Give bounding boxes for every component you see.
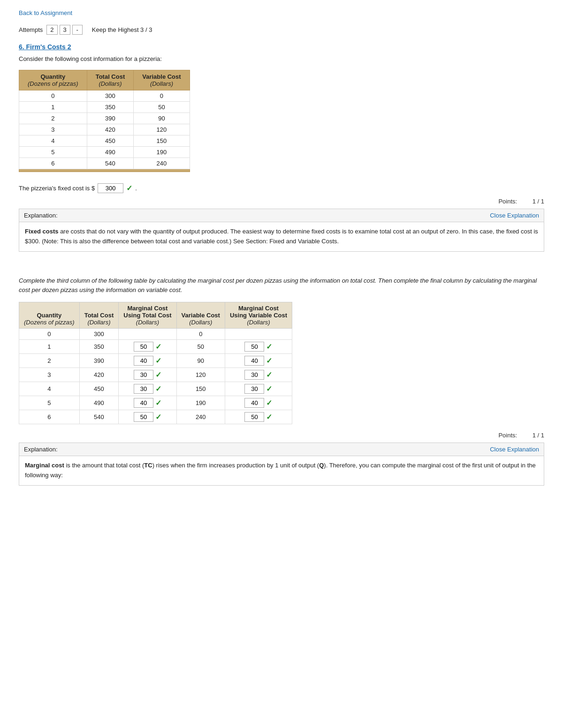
- mc-tc-input-5[interactable]: [134, 398, 153, 408]
- mc-tc-check-3: ✓: [155, 370, 161, 379]
- table-row: 2390✓90✓: [19, 354, 292, 368]
- explanation-header-2: Explanation: Close Explanation: [19, 443, 544, 456]
- explanation-body-2: Marginal cost is the amount that total c…: [19, 456, 544, 485]
- explanation-text-1: are costs that do not vary with the quan…: [25, 228, 538, 245]
- mc-tc-input-1[interactable]: [134, 342, 153, 352]
- explanation-text-2: is the amount that total cost (TC) rises…: [25, 462, 536, 479]
- table-row: 135050: [19, 102, 190, 113]
- mc-tc-input-2[interactable]: [134, 356, 153, 366]
- mc-vc-input-5[interactable]: [244, 398, 264, 408]
- table-row: 6540✓240✓: [19, 410, 292, 424]
- table-row: 6540240: [19, 158, 190, 169]
- attempts-label: Attempts: [19, 26, 43, 33]
- points-row-2: Points: 1 / 1: [19, 432, 544, 439]
- mc-vc-check-4: ✓: [266, 384, 272, 393]
- explanation-label-2: Explanation:: [24, 446, 58, 453]
- back-to-assignment-link[interactable]: Back to Assignment: [19, 9, 72, 16]
- marginal-cost-table: Quantity(Dozens of pizzas) Total Cost(Do…: [19, 302, 292, 424]
- explanation-section-1: Explanation: Close Explanation Fixed cos…: [19, 209, 544, 252]
- mc-vc-input-2[interactable]: [244, 356, 264, 366]
- close-explanation-2[interactable]: Close Explanation: [490, 446, 539, 453]
- close-explanation-1[interactable]: Close Explanation: [490, 212, 539, 219]
- fixed-cost-row: The pizzeria's fixed cost is $ ✓ .: [19, 183, 544, 193]
- mc-vc-input-6[interactable]: [244, 412, 264, 422]
- table-row: 5490190: [19, 147, 190, 158]
- mc-vc-input-4[interactable]: [244, 384, 264, 394]
- table-row: 1350✓50✓: [19, 340, 292, 354]
- mc-tc-input-3[interactable]: [134, 370, 153, 380]
- table-row: 4450150: [19, 135, 190, 147]
- mc-tc-check-1: ✓: [155, 342, 161, 351]
- mc-tc-check-6: ✓: [155, 413, 161, 421]
- attempt-box-3: -: [72, 25, 83, 35]
- question-title: 6. Firm's Costs 2: [19, 43, 544, 51]
- mc-tc-check-4: ✓: [155, 384, 161, 393]
- attempt-box-2: 3: [60, 25, 70, 35]
- question1-text: Consider the following cost information …: [19, 55, 544, 62]
- mc-tc-check-2: ✓: [155, 356, 161, 365]
- mc-tc-input-4[interactable]: [134, 384, 153, 394]
- mc-tc-input-6[interactable]: [134, 412, 153, 422]
- explanation-bold-2: Marginal cost: [25, 462, 64, 469]
- points-row-1: Points: 1 / 1: [19, 198, 544, 205]
- explanation-header-1: Explanation: Close Explanation: [19, 209, 544, 222]
- table-row: 5490✓190✓: [19, 396, 292, 410]
- col-variable-cost: Variable Cost(Dollars): [134, 70, 190, 90]
- table-row: 239090: [19, 113, 190, 124]
- mc-vc-check-2: ✓: [266, 356, 272, 365]
- col-quantity: Quantity(Dozens of pizzas): [19, 70, 87, 90]
- mc-col-mc-tc: Marginal CostUsing Total Cost(Dollars): [119, 302, 176, 329]
- keep-highest-text: Keep the Highest 3 / 3: [92, 26, 152, 33]
- col-total-cost: Total Cost(Dollars): [87, 70, 134, 90]
- table-row: 3420✓120✓: [19, 368, 292, 382]
- points-value-1: 1 / 1: [533, 198, 544, 205]
- mc-vc-input-1[interactable]: [244, 342, 264, 352]
- mc-vc-check-6: ✓: [266, 413, 272, 421]
- table-row: 3420120: [19, 124, 190, 135]
- mc-vc-check-5: ✓: [266, 398, 272, 407]
- explanation-bold-1: Fixed costs: [25, 228, 59, 235]
- points-label-2: Points:: [498, 432, 517, 439]
- mc-col-tc: Total Cost(Dollars): [79, 302, 119, 329]
- table-row: 03000: [19, 90, 190, 102]
- mc-col-qty: Quantity(Dozens of pizzas): [19, 302, 80, 329]
- explanation-body-1: Fixed costs are costs that do not vary w…: [19, 222, 544, 251]
- attempt-box-1: 2: [46, 25, 57, 35]
- table-row: 03000: [19, 329, 292, 340]
- points-label-1: Points:: [498, 198, 517, 205]
- mc-col-vc: Variable Cost(Dollars): [176, 302, 225, 329]
- mc-col-mc-vc: Marginal CostUsing Variable Cost(Dollars…: [225, 302, 292, 329]
- attempts-row: Attempts 2 3 - Keep the Highest 3 / 3: [19, 25, 544, 35]
- fixed-cost-period: .: [135, 185, 137, 192]
- fixed-cost-input[interactable]: [98, 183, 123, 193]
- question-title-link[interactable]: 6. Firm's Costs 2: [19, 43, 71, 51]
- fixed-cost-text: The pizzeria's fixed cost is $: [19, 185, 95, 192]
- explanation-label-1: Explanation:: [24, 212, 58, 219]
- fixed-cost-checkmark: ✓: [126, 184, 132, 193]
- explanation-section-2: Explanation: Close Explanation Marginal …: [19, 443, 544, 486]
- mc-vc-input-3[interactable]: [244, 370, 264, 380]
- mc-vc-check-3: ✓: [266, 370, 272, 379]
- cost-table: Quantity(Dozens of pizzas) Total Cost(Do…: [19, 70, 190, 172]
- points-value-2: 1 / 1: [533, 432, 544, 439]
- table-row: 4450✓150✓: [19, 382, 292, 396]
- question2-instruction: Complete the third column of the followi…: [19, 276, 544, 296]
- mc-tc-check-5: ✓: [155, 398, 161, 407]
- mc-vc-check-1: ✓: [266, 342, 272, 351]
